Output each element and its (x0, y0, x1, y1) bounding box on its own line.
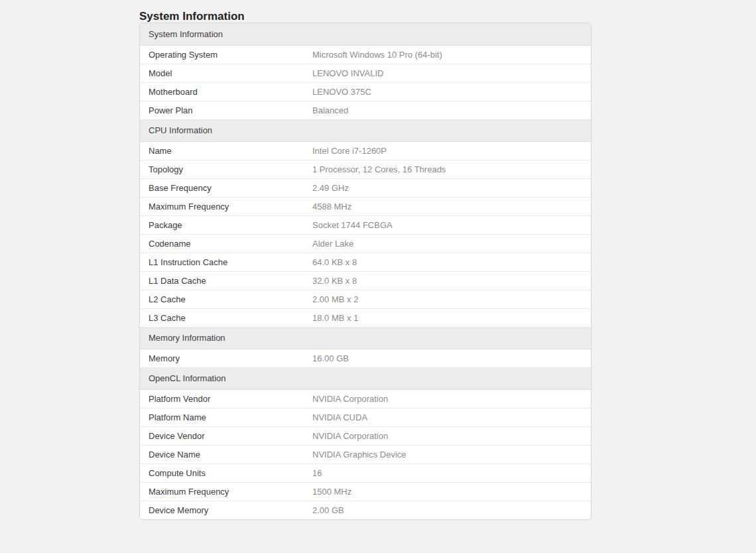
row-label: Package (140, 215, 304, 234)
table-row: Platform NameNVIDIA CUDA (140, 408, 591, 426)
row-label: L3 Cache (140, 308, 304, 327)
table-row: Operating SystemMicrosoft Windows 10 Pro… (140, 45, 591, 64)
row-value: LENOVO 375C (304, 82, 591, 101)
page-title: System Information (139, 0, 592, 23)
row-label: Device Memory (140, 501, 304, 519)
row-label: Device Name (140, 445, 304, 463)
row-value: 18.0 MB x 1 (304, 308, 591, 327)
section-header-label: CPU Information (140, 119, 591, 141)
table-row: ModelLENOVO INVALID (140, 64, 591, 82)
section-header-row: Memory Information (140, 327, 591, 349)
row-label: Operating System (140, 45, 304, 64)
row-label: L1 Data Cache (140, 271, 304, 290)
table-row: CodenameAlder Lake (140, 234, 591, 253)
row-label: L1 Instruction Cache (140, 253, 304, 271)
table-row: Maximum Frequency4588 MHz (140, 197, 591, 215)
row-label: Codename (140, 234, 304, 253)
row-value: Intel Core i7-1260P (304, 141, 591, 160)
row-value: 64.0 KB x 8 (304, 253, 591, 271)
row-value: 2.00 MB x 2 (304, 290, 591, 308)
row-label: Device Vendor (140, 426, 304, 445)
row-label: Compute Units (140, 463, 304, 482)
table-row: PackageSocket 1744 FCBGA (140, 215, 591, 234)
row-value: 4588 MHz (304, 197, 591, 215)
row-value: NVIDIA Graphics Device (304, 445, 591, 463)
section-header-row: System Information (140, 23, 591, 45)
row-label: Motherboard (140, 82, 304, 101)
row-value: Balanced (304, 101, 591, 119)
table-row: Device Memory2.00 GB (140, 501, 591, 519)
row-label: Base Frequency (140, 178, 304, 197)
table-row: L2 Cache2.00 MB x 2 (140, 290, 591, 308)
row-label: Model (140, 64, 304, 82)
row-label: Platform Name (140, 408, 304, 426)
system-info-table: System InformationOperating SystemMicros… (140, 23, 591, 519)
row-value: Socket 1744 FCBGA (304, 215, 591, 234)
row-value: 1 Processor, 12 Cores, 16 Threads (304, 160, 591, 178)
row-value: NVIDIA CUDA (304, 408, 591, 426)
row-value: 2.00 GB (304, 501, 591, 519)
table-row: Platform VendorNVIDIA Corporation (140, 389, 591, 408)
row-label: Memory (140, 349, 304, 367)
row-value: Alder Lake (304, 234, 591, 253)
section-header-row: OpenCL Information (140, 367, 591, 389)
row-label: Power Plan (140, 101, 304, 119)
table-row: MotherboardLENOVO 375C (140, 82, 591, 101)
section-header-row: CPU Information (140, 119, 591, 141)
section-header-label: System Information (140, 23, 591, 45)
table-row: L1 Data Cache32.0 KB x 8 (140, 271, 591, 290)
row-value: NVIDIA Corporation (304, 426, 591, 445)
page-content: System Information System InformationOpe… (139, 0, 592, 520)
table-row: Power PlanBalanced (140, 101, 591, 119)
row-label: Platform Vendor (140, 389, 304, 408)
table-row: L3 Cache18.0 MB x 1 (140, 308, 591, 327)
row-value: LENOVO INVALID (304, 64, 591, 82)
row-value: 16.00 GB (304, 349, 591, 367)
table-row: Device NameNVIDIA Graphics Device (140, 445, 591, 463)
table-row: NameIntel Core i7-1260P (140, 141, 591, 160)
row-label: Topology (140, 160, 304, 178)
table-row: Compute Units16 (140, 463, 591, 482)
table-row: L1 Instruction Cache64.0 KB x 8 (140, 253, 591, 271)
row-value: 2.49 GHz (304, 178, 591, 197)
table-row: Topology1 Processor, 12 Cores, 16 Thread… (140, 160, 591, 178)
table-row: Maximum Frequency1500 MHz (140, 482, 591, 501)
section-header-label: OpenCL Information (140, 367, 591, 389)
section-header-label: Memory Information (140, 327, 591, 349)
system-info-table-body: System InformationOperating SystemMicros… (140, 23, 591, 519)
row-label: L2 Cache (140, 290, 304, 308)
row-value: NVIDIA Corporation (304, 389, 591, 408)
table-row: Device VendorNVIDIA Corporation (140, 426, 591, 445)
row-label: Maximum Frequency (140, 482, 304, 501)
table-row: Base Frequency2.49 GHz (140, 178, 591, 197)
row-label: Maximum Frequency (140, 197, 304, 215)
table-row: Memory16.00 GB (140, 349, 591, 367)
system-info-card: System InformationOperating SystemMicros… (139, 23, 592, 520)
row-value: 1500 MHz (304, 482, 591, 501)
row-value: 16 (304, 463, 591, 482)
row-value: Microsoft Windows 10 Pro (64-bit) (304, 45, 591, 64)
row-value: 32.0 KB x 8 (304, 271, 591, 290)
row-label: Name (140, 141, 304, 160)
